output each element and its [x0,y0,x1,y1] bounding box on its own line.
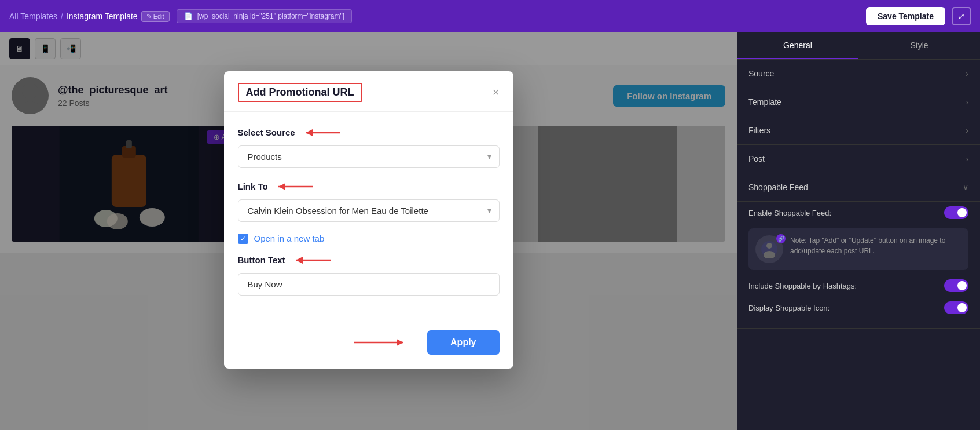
include-hashtags-row: Include Shoppable by Hashtags: [748,275,968,297]
enable-shoppable-toggle[interactable] [944,206,968,219]
button-text-label: Button Text [238,253,500,267]
include-hashtags-label: Include Shoppable by Hashtags: [748,282,857,290]
edit-badge[interactable]: ✎ Edit [141,11,170,22]
preview-area: 🖥 📱 📲 @the_picturesque_art 22 Posts Foll… [0,32,737,430]
svg-marker-20 [278,183,285,190]
enable-shoppable-label: Enable Shoppable Feed: [748,209,831,217]
modal-footer: Apply [224,321,513,369]
link-to-select-wrapper: Calvin Klein Obsession for Men Eau de To… [238,199,500,222]
shoppable-content: Enable Shoppable Feed: 🔗 Note: Tap "Add"… [737,202,980,329]
modal-title: Add Promotional URL [238,83,362,102]
template-section-label: Template [748,97,781,107]
all-templates-link[interactable]: All Templates [9,12,57,21]
select-source-group: Select Source Products ▾ [238,126,500,168]
display-icon-label: Display Shoppable Icon: [748,304,829,312]
right-panel: General Style Source › Template › Filter… [737,32,980,430]
shortcode-text: [wp_social_ninja id="251" platform="inst… [197,12,345,20]
shoppable-note-text: Note: Tap "Add" or "Update" button on an… [790,235,961,256]
select-source-label: Select Source [238,126,500,140]
source-chevron-icon: › [966,69,968,78]
modal-header: Add Promotional URL × [224,71,513,112]
post-section-label: Post [748,154,765,163]
link-to-group: Link To Calvin Klein Obsession for Men E… [238,180,500,222]
modal-close-button[interactable]: × [493,86,500,98]
panel-tabs: General Style [737,32,980,60]
enable-shoppable-row: Enable Shoppable Feed: [748,202,968,224]
add-promotional-url-modal: Add Promotional URL × Select Source [224,71,513,369]
shoppable-section-label: Shoppable Feed [748,183,808,192]
panel-section-shoppable[interactable]: Shoppable Feed ∨ [737,173,980,202]
display-shoppable-icon-toggle[interactable] [944,301,968,314]
select-source-arrow [300,126,346,140]
link-to-select[interactable]: Calvin Klein Obsession for Men Eau de To… [238,199,500,222]
template-name: Instagram Template [67,12,138,21]
svg-marker-22 [296,257,303,264]
link-to-label: Link To [238,180,500,194]
filters-chevron-icon: › [966,126,968,135]
open-new-tab-checkbox[interactable] [238,234,248,244]
source-select-wrapper: Products ▾ [238,145,500,168]
panel-section-source[interactable]: Source › [737,60,980,88]
tab-style[interactable]: Style [858,32,980,59]
svg-marker-24 [397,339,403,346]
modal-body: Select Source Products ▾ [224,112,513,321]
filters-section-label: Filters [748,126,770,135]
button-text-input[interactable] [238,273,500,296]
template-chevron-icon: › [966,97,968,107]
open-new-tab-row: Open in a new tab [238,234,500,244]
button-text-group: Button Text [238,253,500,296]
panel-section-template[interactable]: Template › [737,88,980,116]
apply-button[interactable]: Apply [427,330,499,355]
shoppable-chevron-icon: ∨ [963,183,968,192]
post-chevron-icon: › [966,154,968,163]
modal-overlay: Add Promotional URL × Select Source [0,32,737,430]
button-text-arrow [290,253,336,267]
link-to-arrow [273,180,319,194]
tab-general[interactable]: General [737,32,858,59]
breadcrumb: All Templates / Instagram Template ✎ Edi… [9,11,170,22]
svg-point-26 [766,243,772,249]
main-layout: 🖥 📱 📲 @the_picturesque_art 22 Posts Foll… [0,32,980,430]
panel-section-filters[interactable]: Filters › [737,116,980,145]
source-select[interactable]: Products [238,145,500,168]
shoppable-note-box: 🔗 Note: Tap "Add" or "Update" button on … [748,228,968,270]
include-hashtags-toggle[interactable] [944,279,968,292]
source-section-label: Source [748,69,774,78]
shortcode-icon: 📄 [184,12,193,20]
breadcrumb-separator: / [61,12,63,21]
display-icon-row: Display Shoppable Icon: [748,297,968,319]
fullscreen-button[interactable]: ⤢ [952,7,971,25]
open-new-tab-label[interactable]: Open in a new tab [254,234,325,243]
save-template-button[interactable]: Save Template [866,7,945,25]
svg-marker-18 [306,129,313,136]
apply-arrow [348,332,418,353]
shortcode-bar: 📄 [wp_social_ninja id="251" platform="in… [177,9,353,23]
panel-section-post[interactable]: Post › [737,145,980,173]
top-bar: All Templates / Instagram Template ✎ Edi… [0,0,980,32]
